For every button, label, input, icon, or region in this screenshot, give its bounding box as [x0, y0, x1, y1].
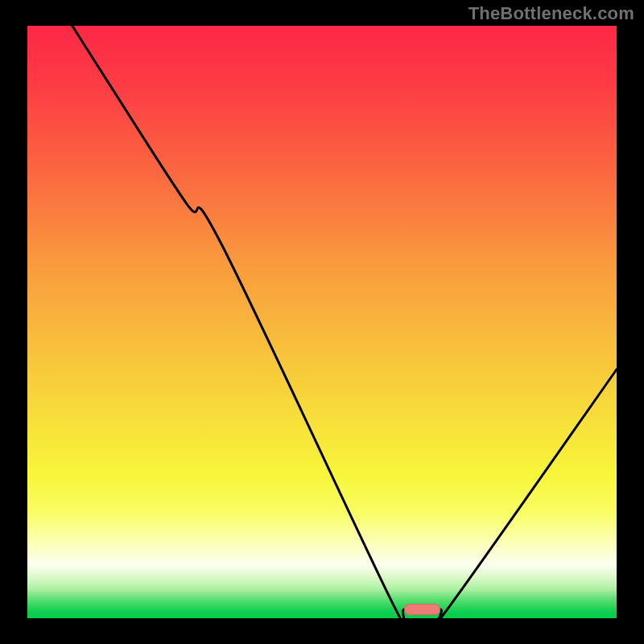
plot-area	[27, 26, 617, 618]
gradient-background	[27, 26, 617, 618]
optimal-marker	[405, 605, 440, 615]
chart-frame: TheBottleneck.com	[0, 0, 644, 644]
watermark-text: TheBottleneck.com	[469, 3, 634, 24]
plot-svg	[27, 26, 617, 618]
